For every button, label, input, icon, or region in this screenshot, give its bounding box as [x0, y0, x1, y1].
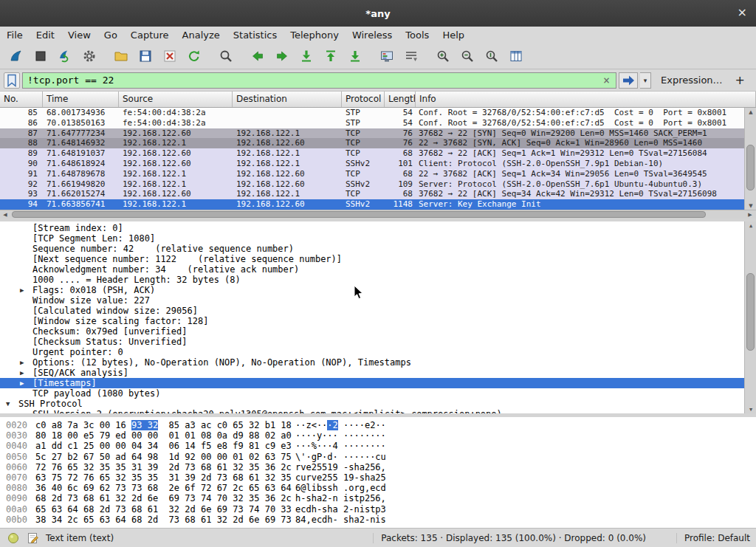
scroll-up-icon[interactable]: ▲: [746, 108, 756, 116]
open-file-button[interactable]: [109, 46, 132, 66]
expander-icon[interactable]: [20, 223, 32, 233]
packet-row[interactable]: 92 71.661949820 192.168.122.1 192.168.12…: [0, 179, 744, 190]
column-header-protocol[interactable]: Protocol: [342, 92, 385, 107]
expander-icon[interactable]: [20, 295, 32, 306]
scroll-right-icon[interactable]: ▶: [745, 212, 755, 218]
detail-tree-item[interactable]: Urgent pointer: 0: [0, 347, 744, 357]
capture-options-button[interactable]: [78, 46, 100, 66]
packet-list-hscroll-thumb[interactable]: [12, 211, 706, 218]
menu-tools[interactable]: Tools: [399, 27, 436, 43]
hex-row[interactable]: 0070 63 75 72 76 65 32 35 35 31 39 2d 73…: [0, 472, 756, 483]
expander-icon[interactable]: [20, 233, 32, 244]
expander-icon[interactable]: [20, 357, 32, 368]
packet-row[interactable]: 88 71.648146932 192.168.122.1 192.168.12…: [0, 138, 744, 148]
window-close-button[interactable]: ×: [738, 6, 747, 19]
display-filter-input[interactable]: !tcp.port == 22 ×: [22, 72, 616, 89]
expander-icon[interactable]: [20, 244, 32, 254]
hex-row[interactable]: 0050 5c 27 b2 67 50 ad 64 98 1d 92 00 00…: [0, 452, 756, 462]
hex-row[interactable]: 0090 68 2d 73 68 61 32 2d 6e 69 73 74 70…: [0, 493, 756, 503]
add-filter-button[interactable]: +: [732, 73, 752, 87]
packet-list-vscroll-thumb[interactable]: [746, 145, 755, 190]
packet-row[interactable]: 90 71.648618924 192.168.122.60 192.168.1…: [0, 159, 744, 169]
detail-tree-item[interactable]: Options: (12 bytes), No-Operation (NOP),…: [0, 357, 744, 368]
expander-icon[interactable]: [20, 388, 32, 399]
hex-row[interactable]: 0060 72 76 65 32 35 35 31 39 2d 73 68 61…: [0, 462, 756, 472]
hex-row[interactable]: 0020 c0 a8 7a 3c 00 16 93 32 85 a3 ac c0…: [0, 420, 756, 430]
scroll-up-icon[interactable]: ▲: [746, 221, 756, 230]
expander-icon[interactable]: [20, 264, 32, 275]
detail-tree-item[interactable]: 1000 .... = Header Length: 32 bytes (8): [0, 275, 744, 285]
go-forward-button[interactable]: [270, 46, 293, 66]
column-header-destination[interactable]: Destination: [233, 92, 342, 107]
column-header-info[interactable]: Info: [416, 92, 756, 107]
detail-tree-item[interactable]: [Stream index: 0]: [0, 223, 744, 233]
resize-columns-button[interactable]: [504, 46, 527, 66]
hex-row[interactable]: 00a0 65 63 64 68 2d 73 68 61 32 2d 6e 69…: [0, 504, 756, 515]
detail-tree-item[interactable]: [Timestamps]: [0, 378, 744, 388]
expert-info-button[interactable]: [6, 531, 21, 546]
profile-selector[interactable]: Profile: Default: [676, 533, 750, 543]
reload-button[interactable]: [182, 46, 205, 66]
column-header-no[interactable]: No.: [0, 92, 43, 107]
column-header-time[interactable]: Time: [43, 92, 119, 107]
expression-button[interactable]: Expression…: [653, 75, 730, 86]
packet-row[interactable]: 89 71.648191037 192.168.122.60 192.168.1…: [0, 148, 744, 159]
go-to-packet-button[interactable]: [295, 46, 317, 66]
menu-file[interactable]: File: [0, 27, 30, 43]
expander-icon[interactable]: [20, 337, 32, 347]
detail-tree-item[interactable]: Acknowledgment number: 34 (relative ack …: [0, 264, 744, 275]
expander-icon[interactable]: [20, 285, 32, 295]
zoom-out-button[interactable]: [456, 46, 478, 66]
scroll-down-icon[interactable]: ▼: [746, 202, 756, 210]
hex-row[interactable]: 0040 a1 dd c1 25 00 00 04 34 06 14 f5 e8…: [0, 441, 756, 451]
filter-history-dropdown[interactable]: ▾: [640, 72, 651, 89]
hex-row[interactable]: 0030 80 18 00 e5 79 ed 00 00 01 01 08 0a…: [0, 430, 756, 441]
detail-tree-item[interactable]: [SEQ/ACK analysis]: [0, 368, 744, 378]
detail-tree-item[interactable]: SSH Protocol: [0, 399, 744, 409]
filter-apply-button[interactable]: [619, 72, 638, 89]
filter-bookmark-button[interactable]: [4, 72, 20, 89]
menu-statistics[interactable]: Statistics: [227, 27, 284, 43]
window-titlebar[interactable]: *any ×: [0, 0, 756, 27]
packet-list-vscrollbar[interactable]: ▲ ▼: [744, 108, 756, 210]
zoom-in-button[interactable]: [431, 46, 454, 66]
detail-tree-item[interactable]: TCP payload (1080 bytes): [0, 388, 744, 399]
menu-analyze[interactable]: Analyze: [176, 27, 227, 43]
packet-row[interactable]: 87 71.647777234 192.168.122.60 192.168.1…: [0, 128, 744, 139]
packet-row[interactable]: 94 71.663856741 192.168.122.1 192.168.12…: [0, 199, 744, 210]
packet-list-hscrollbar[interactable]: ◀ ▶: [0, 210, 756, 219]
expander-icon[interactable]: [20, 347, 32, 357]
column-header-source[interactable]: Source: [119, 92, 233, 107]
expander-icon[interactable]: [20, 254, 32, 264]
column-header-length[interactable]: Length: [385, 92, 416, 107]
close-file-button[interactable]: [158, 46, 181, 66]
details-vscroll-thumb[interactable]: [746, 273, 755, 351]
detail-tree-item[interactable]: Checksum: 0x79ed [unverified]: [0, 326, 744, 337]
expander-icon[interactable]: [20, 378, 32, 388]
details-vscrollbar[interactable]: ▲ ▼: [744, 221, 756, 413]
go-first-button[interactable]: [319, 46, 342, 66]
detail-tree-item[interactable]: [Calculated window size: 29056]: [0, 306, 744, 316]
detail-tree-item[interactable]: Flags: 0x018 (PSH, ACK): [0, 285, 744, 295]
packet-row[interactable]: 93 71.662015274 192.168.122.60 192.168.1…: [0, 189, 744, 199]
scroll-left-icon[interactable]: ◀: [0, 212, 10, 218]
expander-icon[interactable]: [20, 306, 32, 316]
packet-row[interactable]: 91 71.648789678 192.168.122.1 192.168.12…: [0, 169, 744, 179]
start-capture-button[interactable]: [4, 46, 27, 66]
zoom-100-button[interactable]: [480, 46, 503, 66]
menu-wireless[interactable]: Wireless: [346, 27, 399, 43]
menu-go[interactable]: Go: [97, 27, 124, 43]
detail-tree-item[interactable]: [Window size scaling factor: 128]: [0, 316, 744, 326]
hex-row[interactable]: 0080 36 40 6c 69 62 73 73 68 2e 6f 72 67…: [0, 483, 756, 493]
detail-tree-item[interactable]: SSH Version 2 (encryption:chacha20-poly1…: [0, 409, 744, 413]
hex-row[interactable]: 00b0 38 34 2c 65 63 64 68 2d 73 68 61 32…: [0, 515, 756, 525]
filter-clear-icon[interactable]: ×: [602, 73, 611, 88]
go-back-button[interactable]: [246, 46, 269, 66]
detail-tree-item[interactable]: [Next sequence number: 1122 (relative se…: [0, 254, 744, 264]
detail-tree-item[interactable]: Window size value: 227: [0, 295, 744, 306]
expander-icon[interactable]: [20, 326, 32, 337]
go-last-button[interactable]: [343, 46, 366, 66]
menu-capture[interactable]: Capture: [124, 27, 176, 43]
auto-scroll-button[interactable]: [399, 46, 422, 66]
packet-row[interactable]: 85 68.001734936 fe:54:00:d4:38:2a STP 54…: [0, 108, 744, 118]
